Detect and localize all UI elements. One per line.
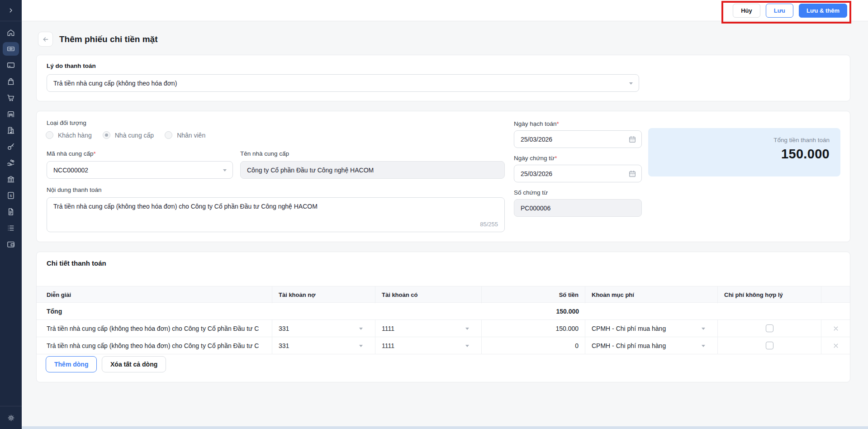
debit-account-cell: 331	[272, 320, 375, 337]
required-asterisk: *	[555, 155, 557, 162]
document-date-input[interactable]: 25/03/2026	[514, 165, 642, 182]
delete-row-icon[interactable]	[833, 343, 839, 349]
expense-item-cell: CPMH - Chi phí mua hàng	[585, 320, 718, 337]
amount-cell[interactable]: 150.000	[482, 320, 585, 337]
description-cell[interactable]: Trả tiền nhà cung cấp (không theo hóa đơ…	[37, 337, 272, 354]
sidebar-item-home[interactable]	[3, 26, 19, 39]
save-button[interactable]: Lưu	[766, 4, 793, 18]
required-asterisk: *	[557, 120, 559, 127]
invalid-expense-cell	[718, 320, 821, 337]
credit-account-select[interactable]: 1111	[382, 337, 475, 354]
chevron-down-icon	[629, 82, 633, 85]
credit-account-select[interactable]: 1111	[382, 320, 475, 337]
column-header-debit-account: Tài khoản nợ	[272, 286, 375, 303]
sidebar-item-shopping-cart[interactable]	[3, 91, 19, 105]
credit-account-cell: 1111	[375, 337, 482, 354]
debit-account-select[interactable]: 331	[279, 320, 369, 337]
chevron-down-icon	[465, 345, 469, 347]
app-screen: $ Hủy Lưu Lưu & thêm Thêm	[0, 0, 868, 429]
supplier-name-value: Công ty Cổ phần Đầu tư Công nghệ HACOM	[247, 167, 374, 174]
supplier-code-label: Mã nhà cung cấp*	[47, 150, 96, 157]
sidebar-item-shopping-bag[interactable]	[3, 75, 19, 88]
debit-account-cell: 331	[272, 337, 375, 354]
invalid-expense-checkbox[interactable]	[766, 342, 773, 349]
expense-item-select[interactable]: CPMH - Chi phí mua hàng	[592, 337, 711, 354]
supplier-name-label: Tên nhà cung cấp	[240, 150, 289, 157]
character-counter: 85/255	[480, 220, 498, 229]
sidebar-item-key[interactable]	[3, 140, 19, 153]
sidebar-footer	[0, 406, 22, 429]
accounting-date-input[interactable]: 25/03/2026	[514, 130, 642, 148]
column-header-credit-account: Tài khoản có	[375, 286, 482, 303]
sidebar-item-wallet[interactable]	[3, 238, 19, 251]
voucher-info-card: Loại đối tượng Khách hàng Nhà cung cấp N…	[36, 111, 850, 242]
sidebar-item-warehouse[interactable]	[3, 107, 19, 121]
add-row-button[interactable]: Thêm dòng	[46, 356, 97, 372]
sidebar: $	[0, 0, 22, 429]
sidebar-item-credit-card[interactable]	[3, 58, 19, 72]
calendar-icon	[628, 135, 636, 143]
office-building-icon	[6, 126, 15, 135]
topbar: Hủy Lưu Lưu & thêm	[22, 0, 868, 21]
empty-cell	[375, 303, 482, 319]
warehouse-icon	[6, 110, 15, 119]
chevron-down-icon	[702, 328, 705, 330]
accounting-date-value: 25/03/2026	[521, 136, 552, 143]
document-number-label: Số chứng từ	[514, 189, 548, 196]
chevron-down-icon	[465, 328, 469, 330]
payment-details-table: Diễn giải Tài khoản nợ Tài khoản có Số t…	[37, 286, 850, 354]
supplier-code-select[interactable]: NCC000002	[47, 161, 233, 179]
table-row: Trả tiền nhà cung cấp (không theo hóa đơ…	[37, 337, 850, 354]
payment-reason-select[interactable]: Trả tiền nhà cung cấp (không theo hóa đơ…	[47, 74, 639, 92]
column-header-invalid-expense: Chi phí không hợp lý	[718, 286, 821, 303]
invalid-expense-checkbox[interactable]	[766, 324, 773, 332]
sidebar-item-bank[interactable]	[3, 172, 19, 186]
expense-item-cell: CPMH - Chi phí mua hàng	[585, 337, 718, 354]
sidebar-expand-button[interactable]	[3, 4, 19, 17]
credit-account-cell: 1111	[375, 320, 482, 337]
horizontal-scrollbar[interactable]	[22, 426, 868, 429]
debit-account-select[interactable]: 331	[279, 337, 369, 354]
empty-cell	[718, 303, 821, 319]
empty-cell	[272, 303, 375, 319]
sidebar-item-cash-register[interactable]	[3, 42, 19, 56]
shopping-cart-icon	[6, 93, 15, 102]
accounting-date-label: Ngày hạch toán*	[514, 120, 559, 127]
sidebar-item-settings[interactable]	[3, 411, 19, 424]
cancel-button[interactable]: Hủy	[733, 4, 760, 18]
payment-content-value: Trả tiền nhà cung cấp (không theo hóa đơ…	[53, 203, 318, 210]
hand-coins-icon	[6, 158, 15, 167]
sidebar-item-document[interactable]	[3, 205, 19, 219]
amount-cell[interactable]: 0	[482, 337, 585, 354]
supplier-code-value: NCC000002	[53, 167, 88, 174]
description-cell[interactable]: Trả tiền nhà cung cấp (không theo hóa đơ…	[37, 320, 272, 337]
radio-icon	[46, 131, 53, 139]
radio-icon	[165, 131, 172, 139]
save-and-add-button[interactable]: Lưu & thêm	[799, 4, 847, 18]
topbar-actions: Hủy Lưu Lưu & thêm	[733, 4, 847, 18]
sidebar-item-hand-coins[interactable]	[3, 156, 19, 170]
total-payment-amount: 150.000	[659, 147, 830, 162]
sidebar-item-office-building[interactable]	[3, 124, 19, 137]
delete-all-rows-button[interactable]: Xóa tất cả dòng	[102, 356, 166, 372]
chevron-down-icon	[223, 169, 227, 172]
radio-label: Khách hàng	[58, 132, 92, 139]
expense-item-select[interactable]: CPMH - Chi phí mua hàng	[592, 320, 711, 337]
sidebar-nav: $	[0, 21, 22, 406]
column-header-amount: Số tiền	[482, 286, 585, 303]
sidebar-item-list[interactable]	[3, 221, 19, 235]
svg-text:$: $	[10, 194, 12, 198]
document-date-value: 25/03/2026	[521, 170, 552, 177]
home-icon	[6, 28, 15, 37]
empty-cell	[585, 303, 718, 319]
wallet-icon	[6, 240, 15, 249]
radio-option-customer: Khách hàng	[46, 131, 92, 139]
back-button[interactable]	[38, 32, 53, 47]
invalid-expense-cell	[718, 337, 821, 354]
back-arrow-icon	[42, 36, 49, 43]
sidebar-item-cash-book[interactable]: $	[3, 189, 19, 202]
delete-row-icon[interactable]	[833, 325, 839, 332]
list-icon	[6, 224, 15, 233]
cash-book-icon: $	[6, 191, 15, 200]
payment-content-textarea[interactable]: Trả tiền nhà cung cấp (không theo hóa đơ…	[47, 197, 505, 232]
